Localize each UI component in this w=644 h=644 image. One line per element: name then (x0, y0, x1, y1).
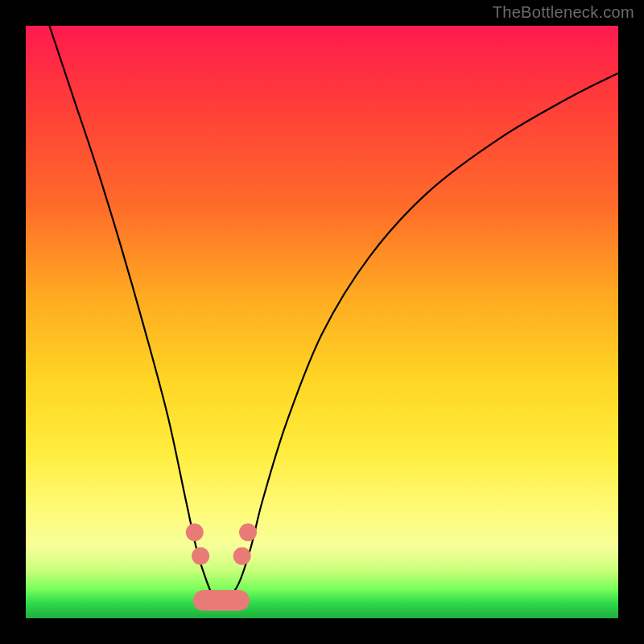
marker-left-upper (186, 523, 204, 541)
plot-area (26, 26, 618, 618)
marker-left-lower (192, 547, 209, 565)
chart-svg (26, 26, 618, 618)
chart-frame: TheBottleneck.com (0, 0, 644, 644)
marker-right-upper (239, 523, 257, 541)
bottleneck-curve (49, 26, 618, 604)
marker-right-lower (233, 547, 251, 565)
watermark-text: TheBottleneck.com (493, 3, 634, 22)
